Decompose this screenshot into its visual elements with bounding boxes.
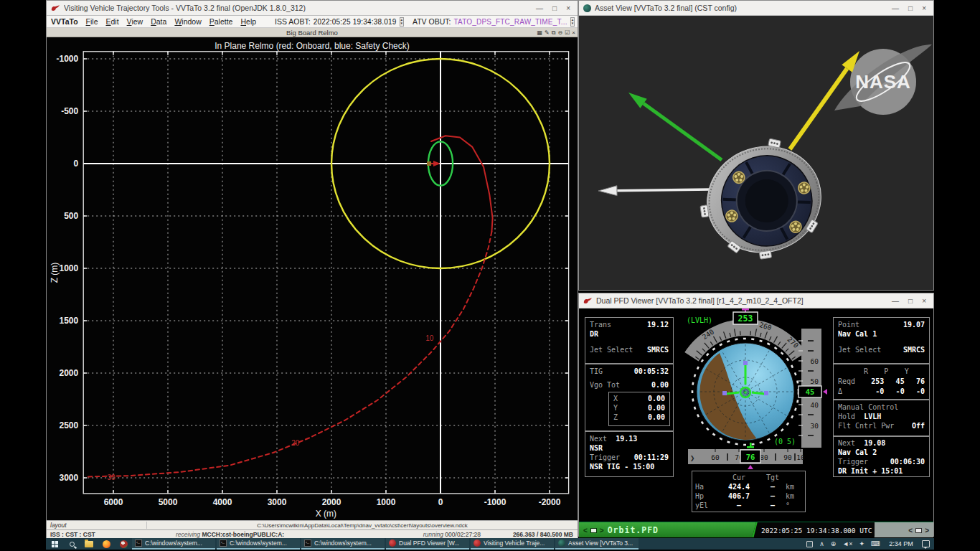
next-mode: Nav Cal 2 [838,448,877,457]
running-value: 000/02:27:28 [445,531,481,538]
menu-help[interactable]: Help [240,17,256,26]
pfd-right-pager: < > [875,522,933,537]
layout-label: layout [47,522,147,529]
jet-select-label: Jet Select [838,345,881,354]
atv-obut-value: TATO_DPS_FTC_RAW_TIME_T... [453,18,567,26]
menu-view[interactable]: View [127,17,143,26]
vgo-xyz-box: X0.00 Y0.00 Z0.00 [608,392,670,426]
minimize-icon[interactable]: — [536,4,543,12]
svg-text:50: 50 [811,377,819,385]
tray-app-icon[interactable] [806,541,813,547]
close-icon[interactable]: × [922,4,926,12]
people-icon[interactable]: ✦ [859,540,864,547]
receiving-value: MCCH:cst-boeingPUBLIC:A: [202,531,284,538]
menu-vvtato[interactable]: VVTaTo [51,17,78,26]
asset-titlebar[interactable]: Asset View [VVTaTo 3.2 final] (CST confi… [579,1,933,16]
asset-3d-view[interactable]: NASA [579,16,933,290]
page-next-icon[interactable]: > [600,527,604,534]
pfd-bottom-bar: < > Orbit.PFD 2022:05:25 19:34:38.000 UT… [579,522,933,537]
svg-text:45: 45 [806,387,815,396]
search-icon[interactable] [63,538,80,550]
svg-text:2000: 2000 [59,368,78,378]
inner-window-control-icon-4[interactable]: ☑ [565,29,570,36]
taskbar-clock[interactable]: 2:34 PM [887,540,915,547]
action-center-icon[interactable] [922,540,930,547]
inner-window-control-icon-2[interactable]: ⧉ [552,29,556,37]
svg-text:X (m): X (m) [316,509,336,519]
spinner-down-icon[interactable]: ▼ [400,22,403,25]
menu-data[interactable]: Data [151,17,166,26]
pfd-titlebar[interactable]: Dual PFD Viewer [VVTaTo 3.2 final] [r1_4… [579,293,933,309]
reqd-p: 45 [884,377,904,387]
browser-icon[interactable] [115,538,132,550]
taskbar-button-dual-pfd-viewer-w-[interactable]: Dual PFD Viewer [W... [386,538,469,550]
main-titlebar[interactable]: Visiting Vehicle Trajectory Tools - VVTa… [47,1,578,16]
menu-file[interactable]: File [86,17,98,26]
vvtato-main-window: Visiting Vehicle Trajectory Tools - VVTa… [46,0,578,538]
vvtato-app-icon [51,4,60,13]
inner-window-control-icon-0[interactable]: ▦ [537,29,542,36]
start-button[interactable] [46,538,63,550]
spinner-down-icon[interactable]: ▼ [571,22,574,25]
maximize-icon[interactable]: □ [908,297,913,305]
volume-muted-icon[interactable]: ◄× [842,540,852,547]
inner-window-control-icon-1[interactable]: ✎ [545,29,550,36]
trans-mode: DR [590,329,598,339]
touch-keyboard-icon[interactable]: ⌨ [871,540,880,547]
page-prev-icon[interactable]: < [908,527,913,534]
page-grid-icon[interactable] [915,528,922,533]
svg-text:80: 80 [760,453,768,461]
iss-aobt-spinner[interactable]: ▲▼ [400,17,404,27]
svg-text:1500: 1500 [59,316,78,326]
page-next-icon[interactable]: > [925,527,929,534]
flt-cntrl-pwr-label: Flt Cntrl Pwr [838,421,894,430]
cmd-icon [220,540,227,547]
big-board-relmo-titlebar[interactable]: Big Board Relmo ▦✎⧉⊖☑× [47,28,578,37]
delta-label: Δ [838,387,864,397]
page-grid-icon[interactable] [590,528,597,533]
maximize-icon[interactable]: □ [552,4,557,12]
pfd-clock-section: 2022:05:25 19:34:38.000 UTC ▣ ∴ ✱ [752,522,879,537]
taskbar-button-asset-view-vvtato-3-[interactable]: Asset View [VVTaTo 3... [555,538,639,550]
next-event-panel: Next 19.08 Nav Cal 2 Trigger00:06:30 DR … [833,436,930,477]
taskbar-button-c-windows-system-[interactable]: C:\windows\system... [132,538,215,550]
tig-value: 00:05:32 [634,367,669,376]
inner-window-control-icon-3[interactable]: ⊖ [557,29,562,36]
next-label: Next [838,439,855,447]
firefox-icon[interactable] [98,538,115,550]
close-icon[interactable]: × [566,4,570,12]
y-value: 0.00 [648,403,665,413]
yel-cur: – [718,501,760,510]
trigger-value: 00:06:30 [890,457,925,466]
minimize-icon[interactable]: — [892,4,899,12]
cmd-icon [135,540,142,547]
pfd-page-selector: < > Orbit.PFD [579,522,760,537]
maximize-icon[interactable]: □ [908,4,913,12]
menu-edit[interactable]: Edit [105,17,118,26]
inner-window-control-icon-5[interactable]: × [572,29,575,36]
svg-text:70: 70 [735,453,743,461]
trans-value: 19.12 [647,320,669,329]
svg-text:10: 10 [796,453,805,461]
close-icon[interactable]: × [922,297,926,305]
svg-text:40: 40 [811,401,819,409]
minimize-icon[interactable]: — [892,297,899,305]
svg-text:-500: -500 [61,106,78,116]
menu-palette[interactable]: Palette [209,17,233,26]
taskbar-button-visiting-vehicle-tra[interactable]: Visiting Vehicle Traje... [471,538,554,550]
file-explorer-icon[interactable] [80,538,98,550]
taskbar-button-c-windows-system-[interactable]: C:\windows\system... [217,538,300,550]
atv-obut-spinner[interactable]: ▲▼ [570,17,575,27]
pfd-page-name[interactable]: Orbit.PFD [608,525,659,535]
network-globe-icon[interactable]: ⊕ [831,540,837,547]
hidden-icons-chevron[interactable]: ∧ [819,540,824,547]
menu-window[interactable]: Window [174,17,201,26]
pfd-app-icon [583,296,593,306]
taskbar-button-c-windows-system-[interactable]: C:\windows\system... [301,538,385,550]
iss-cst-label: ISS : CST : CST [47,531,176,538]
svg-text:260: 260 [758,321,773,332]
svg-text:253: 253 [738,314,753,324]
hp-cur: 406.7 [718,491,760,501]
page-prev-icon[interactable]: < [583,527,588,534]
memory-usage: 266.363 / 840.500 MB [481,531,578,538]
